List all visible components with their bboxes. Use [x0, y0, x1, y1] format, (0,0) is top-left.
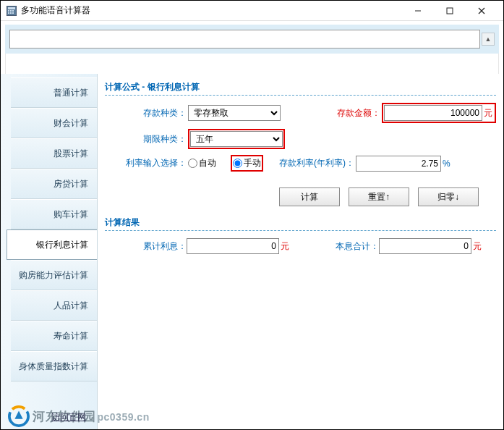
visit-website-link[interactable]: 访问官网 [51, 411, 86, 423]
interest-unit: 元 [281, 240, 291, 253]
svg-rect-2 [8, 10, 9, 12]
calculate-button[interactable]: 计算 [279, 187, 340, 206]
svg-rect-3 [10, 10, 12, 12]
rate-label: 存款利率(年利率)： [263, 157, 354, 169]
svg-rect-1 [8, 7, 15, 9]
result-bar [5, 54, 499, 74]
tab-bmi-calc[interactable]: 身体质量指数计算 [11, 351, 97, 381]
tab-basic-calc[interactable]: 普通计算 [11, 77, 97, 108]
tab-carloan-calc[interactable]: 购车计算 [11, 199, 97, 229]
zero-button[interactable]: 归零↓ [418, 187, 479, 206]
reset-button[interactable]: 重置↑ [349, 187, 409, 206]
total-unit: 元 [473, 240, 483, 253]
tab-stock-calc[interactable]: 股票计算 [11, 138, 97, 169]
svg-rect-5 [8, 12, 9, 14]
maximize-button[interactable] [434, 1, 466, 21]
rate-unit: % [443, 159, 450, 169]
tab-accounting-calc[interactable]: 财会计算 [11, 108, 97, 138]
tab-mortgage-calc[interactable]: 房贷计算 [11, 169, 97, 199]
deposit-type-select[interactable]: 零存整取 [188, 105, 281, 121]
svg-rect-9 [447, 8, 453, 14]
tab-personality-calc[interactable]: 人品计算 [11, 290, 97, 321]
svg-rect-7 [12, 12, 14, 14]
svg-rect-6 [10, 12, 12, 14]
expression-bar: ▲ [5, 25, 499, 54]
content-panel: 计算公式 - 银行利息计算 存款种类： 零存整取 存款金额： 元 期限种类： 五… [98, 74, 503, 430]
brand-text: 河东软件园pc0359.cn [33, 410, 150, 423]
svg-rect-4 [12, 10, 14, 12]
scroll-up-button[interactable]: ▲ [482, 33, 495, 46]
brand-logo-icon [8, 405, 30, 427]
rate-input[interactable] [356, 156, 441, 172]
deposit-type-label: 存款种类： [105, 107, 187, 119]
interest-output [187, 238, 279, 254]
rate-auto-radio[interactable]: 自动 [188, 157, 216, 169]
expression-input[interactable] [9, 30, 480, 49]
total-output [379, 238, 471, 254]
deposit-amount-label: 存款金额： [281, 107, 380, 119]
tab-lifespan-calc[interactable]: 寿命计算 [11, 321, 97, 351]
tab-bank-interest-calc[interactable]: 银行利息计算 [7, 229, 97, 260]
term-label: 期限种类： [105, 133, 187, 146]
rate-manual-radio[interactable]: 手动 [233, 157, 261, 169]
close-button[interactable] [466, 1, 497, 21]
titlebar: 多功能语音计算器 [1, 1, 503, 21]
total-label: 本息合计： [291, 240, 379, 253]
deposit-amount-input[interactable] [384, 105, 482, 121]
interest-label: 累计利息： [105, 240, 187, 253]
tab-housing-ability-calc[interactable]: 购房能力评估计算 [11, 260, 97, 290]
window-title: 多功能语音计算器 [21, 4, 402, 17]
sidebar: 普通计算 财会计算 股票计算 房贷计算 购车计算 银行利息计算 购房能力评估计算… [1, 74, 98, 430]
result-title: 计算结果 [105, 215, 496, 230]
amount-unit: 元 [484, 107, 494, 119]
term-select[interactable]: 五年 [190, 131, 283, 147]
minimize-button[interactable] [402, 1, 434, 21]
formula-title: 计算公式 - 银行利息计算 [105, 80, 496, 95]
app-icon [7, 6, 17, 16]
rate-mode-label: 利率输入选择： [105, 157, 187, 169]
